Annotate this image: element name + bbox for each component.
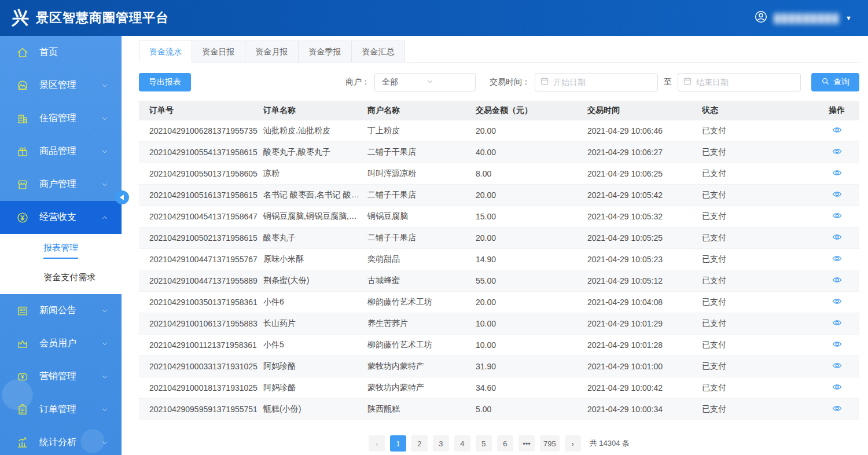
cell-amount: 55.00	[476, 276, 587, 285]
cell-time: 2021-04-29 10:01:28	[587, 340, 702, 350]
merchant-select[interactable]: 全部	[374, 73, 476, 91]
view-details-button[interactable]	[829, 383, 863, 392]
tab-inactive[interactable]: 资金日报	[192, 41, 245, 63]
sidebar-item-news[interactable]: 新闻公告	[0, 294, 122, 327]
submenu-item[interactable]: 资金支付需求	[0, 264, 122, 291]
cell-merchant: 二铺子干果店	[367, 190, 476, 200]
column-header: 商户名称	[367, 105, 476, 116]
tab-inactive[interactable]: 资金汇总	[352, 41, 405, 63]
view-details-button[interactable]	[829, 233, 863, 243]
export-report-button[interactable]: 导出报表	[139, 73, 191, 91]
view-details-button[interactable]	[829, 169, 863, 178]
view-details-button[interactable]	[829, 276, 863, 285]
caret-down-icon: ▼	[845, 14, 852, 21]
chevron-up-icon	[101, 214, 109, 222]
end-date-input[interactable]	[678, 73, 801, 91]
app-header: 兴 景区智慧商圈管理平台 █████████ ▼	[0, 0, 868, 36]
cell-time: 2021-04-29 10:05:12	[587, 276, 702, 285]
view-details-button[interactable]	[829, 255, 863, 264]
view-details-button[interactable]	[829, 126, 863, 135]
cell-time: 2021-04-29 10:01:00	[587, 362, 702, 371]
sidebar-item-home[interactable]: 首页	[0, 36, 122, 69]
sidebar-item-label: 商品管理	[39, 145, 76, 157]
page-button-3[interactable]: 3	[433, 435, 449, 452]
page-button-5[interactable]: 5	[476, 435, 492, 452]
marketing-icon	[16, 370, 29, 383]
page-button-795[interactable]: 795	[540, 435, 560, 452]
tab-inactive[interactable]: 资金月报	[245, 41, 299, 63]
table-row: 202104291004471371955767原味小米酥奕萌甜品14.9020…	[139, 249, 859, 270]
view-details-button[interactable]	[829, 405, 863, 414]
page-button-6[interactable]: 6	[497, 435, 513, 452]
sidebar-collapse-button[interactable]	[115, 190, 129, 204]
cell-status: 已支付	[702, 383, 829, 393]
prev-page-button[interactable]: ‹	[369, 435, 385, 452]
cell-amount: 20.00	[476, 190, 587, 200]
cell-time: 2021-04-29 10:00:42	[587, 383, 702, 392]
start-date-field[interactable]	[553, 78, 653, 87]
cell-status: 已支付	[702, 361, 829, 372]
chevron-down-icon	[101, 307, 109, 315]
chevron-down-icon	[101, 148, 109, 156]
tab-inactive[interactable]: 资金季报	[299, 41, 352, 63]
cell-order-no: 202104291001121371958361	[149, 340, 263, 350]
sidebar-item-goods[interactable]: 商品管理	[0, 135, 122, 168]
sidebar-item-marketing[interactable]: 营销管理	[0, 360, 122, 393]
view-details-button[interactable]	[829, 148, 863, 157]
table-row: 202104291005161371958615名书记 酸枣面,名书记 酸枣面二…	[139, 185, 859, 206]
start-date-input[interactable]	[535, 73, 658, 91]
sidebar-item-member[interactable]: 会员用户	[0, 327, 122, 360]
cell-amount: 40.00	[476, 148, 587, 157]
tab-active[interactable]: 资金流水	[139, 41, 192, 63]
more-pages-button[interactable]: •••	[518, 435, 535, 452]
search-button[interactable]: 查询	[811, 73, 859, 91]
user-menu[interactable]: █████████ ▼	[754, 0, 852, 36]
sidebar-item-scenic[interactable]: 景区管理	[0, 69, 122, 102]
sidebar-item-label: 统计分析	[39, 436, 76, 449]
cell-merchant: 陕西甑糕	[367, 404, 476, 414]
cell-order-no: 202104291001061371955883	[149, 319, 263, 328]
sidebar-item-order[interactable]: 订单管理	[0, 393, 122, 426]
next-page-button[interactable]: ›	[565, 435, 581, 452]
column-header: 状态	[702, 105, 829, 116]
sidebar-item-revenue[interactable]: 经营收支	[0, 201, 122, 234]
column-header: 订单号	[149, 105, 263, 116]
cell-amount: 31.90	[476, 362, 587, 371]
cell-order-no: 202104291005501371958605	[149, 169, 263, 178]
cell-merchant: 丁上粉皮	[367, 126, 476, 136]
cell-order-name: 名书记 酸枣面,名书记 酸枣面	[263, 190, 367, 200]
view-details-button[interactable]	[829, 190, 863, 200]
user-avatar-icon	[754, 10, 768, 26]
table-row: 202104291001061371955883长山药片养生苦荞片10.0020…	[139, 313, 859, 335]
cell-merchant: 柳韵藤竹艺术工坊	[367, 340, 476, 350]
page-button-4[interactable]: 4	[454, 435, 470, 452]
table-row: 202104291006281371955735汕批粉皮,汕批粉皮丁上粉皮20.…	[139, 120, 859, 142]
sidebar-item-lodging[interactable]: 住宿管理	[0, 102, 122, 135]
cell-order-name: 凉粉	[263, 168, 367, 179]
sidebar-item-merchant[interactable]: 商户管理	[0, 168, 122, 201]
sidebar-item-label: 新闻公告	[39, 304, 76, 317]
submenu-item[interactable]: 报表管理	[0, 237, 122, 264]
sidebar-item-stats[interactable]: 统计分析	[0, 426, 122, 455]
view-details-button[interactable]	[829, 298, 863, 307]
view-details-button[interactable]	[829, 340, 863, 350]
cell-time: 2021-04-29 10:01:29	[587, 319, 702, 328]
sidebar-item-label: 会员用户	[39, 337, 76, 350]
end-date-field[interactable]	[696, 78, 796, 87]
cell-merchant: 奕萌甜品	[367, 254, 476, 265]
column-header: 交易金额（元）	[476, 105, 587, 116]
cell-status: 已支付	[702, 211, 829, 222]
page-button-2[interactable]: 2	[411, 435, 428, 452]
stats-icon	[16, 436, 29, 449]
view-details-button[interactable]	[829, 362, 863, 371]
view-details-button[interactable]	[829, 212, 863, 221]
total-count-label: 共 14304 条	[590, 438, 630, 449]
order-icon	[16, 403, 29, 416]
sidebar: 首页景区管理住宿管理商品管理商户管理经营收支报表管理资金支付需求新闻公告会员用户…	[0, 36, 122, 455]
merchant-icon	[16, 178, 29, 191]
view-details-button[interactable]	[829, 319, 863, 328]
page-button-1[interactable]: 1	[390, 435, 406, 452]
sidebar-item-label: 营销管理	[39, 370, 76, 383]
cell-order-no: 202104291000331371931025	[149, 362, 263, 371]
cell-time: 2021-04-29 10:05:32	[587, 212, 702, 221]
